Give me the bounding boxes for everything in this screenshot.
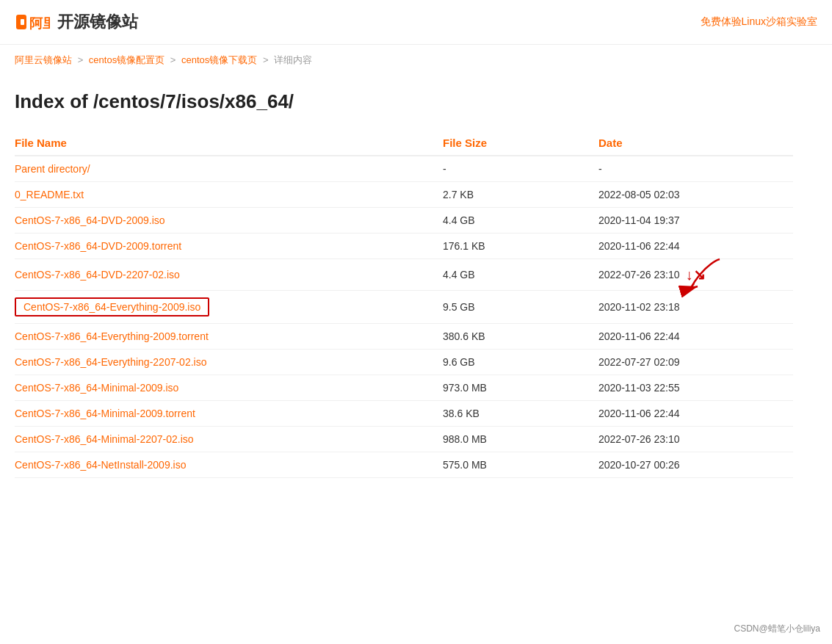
file-name-cell: CentOS-7-x86_64-Everything-2009.iso [15, 291, 443, 324]
logo-area: 阿里云 开源镜像站 [15, 9, 138, 35]
file-date-cell: 2022-08-05 02:03 [598, 182, 793, 208]
svg-rect-1 [21, 19, 24, 25]
file-name-cell: CentOS-7-x86_64-Minimal-2009.iso [15, 375, 443, 401]
file-size-cell: 988.0 MB [443, 427, 598, 452]
file-link[interactable]: CentOS-7-x86_64-Minimal-2009.torrent [15, 408, 195, 419]
file-link[interactable]: Parent directory/ [15, 163, 90, 175]
table-row: CentOS-7-x86_64-NetInstall-2009.iso575.0… [15, 452, 793, 478]
file-size-cell: 575.0 MB [443, 452, 598, 478]
header: 阿里云 开源镜像站 免费体验Linux沙箱实验室 [0, 0, 832, 45]
file-name-cell: 0_README.txt [15, 182, 443, 208]
aliyun-logo-icon: 阿里云 [15, 9, 50, 35]
breadcrumb-separator-1: > [78, 54, 86, 65]
file-link[interactable]: CentOS-7-x86_64-NetInstall-2009.iso [15, 459, 186, 471]
file-size-cell: 4.4 GB [443, 259, 598, 291]
file-name-cell: Parent directory/ [15, 156, 443, 182]
file-size-cell: 38.6 KB [443, 401, 598, 427]
breadcrumb-item-1[interactable]: 阿里云镜像站 [15, 54, 72, 65]
promo-text: 免费体验Linux沙箱实验室 [701, 15, 817, 29]
main-content: Index of /centos/7/isos/x86_64/ File Nam… [0, 76, 808, 493]
file-link[interactable]: CentOS-7-x86_64-Everything-2009.torrent [15, 330, 209, 342]
file-date-cell: 2020-11-06 22:44 [598, 324, 793, 350]
file-link[interactable]: CentOS-7-x86_64-Everything-2207-02.iso [15, 356, 206, 368]
col-header-date: Date [598, 131, 793, 156]
table-row: CentOS-7-x86_64-Minimal-2009.iso973.0 MB… [15, 375, 793, 401]
file-link[interactable]: CentOS-7-x86_64-Everything-2009.iso [15, 297, 209, 316]
file-date-cell: 2020-10-27 00:26 [598, 452, 793, 478]
red-arrow-icon: ↓↘ [686, 266, 706, 283]
table-row: CentOS-7-x86_64-DVD-2207-02.iso4.4 GB202… [15, 259, 793, 291]
svg-text:阿里云: 阿里云 [29, 16, 50, 31]
table-row: 0_README.txt2.7 KB2022-08-05 02:03 [15, 182, 793, 208]
breadcrumb: 阿里云镜像站 > centos镜像配置页 > centos镜像下载页 > 详细内… [0, 45, 832, 76]
file-date-cell: 2022-07-26 23:10 [598, 427, 793, 452]
breadcrumb-item-3[interactable]: centos镜像下载页 [181, 54, 257, 65]
file-size-cell: 9.6 GB [443, 350, 598, 375]
breadcrumb-separator-3: > [263, 54, 271, 65]
file-size-cell: 4.4 GB [443, 208, 598, 234]
file-date-cell: 2020-11-03 22:55 [598, 375, 793, 401]
breadcrumb-current: 详细内容 [274, 54, 312, 65]
file-date-cell: 2022-07-26 23:10↓↘ [598, 259, 793, 291]
file-link[interactable]: 0_README.txt [15, 189, 84, 200]
file-link[interactable]: CentOS-7-x86_64-DVD-2009.torrent [15, 240, 181, 252]
table-row: CentOS-7-x86_64-Minimal-2207-02.iso988.0… [15, 427, 793, 452]
file-name-cell: CentOS-7-x86_64-Minimal-2009.torrent [15, 401, 443, 427]
file-name-cell: CentOS-7-x86_64-DVD-2009.iso [15, 208, 443, 234]
file-link[interactable]: CentOS-7-x86_64-Minimal-2207-02.iso [15, 433, 194, 445]
file-name-cell: CentOS-7-x86_64-Minimal-2207-02.iso [15, 427, 443, 452]
table-row: CentOS-7-x86_64-DVD-2009.torrent176.1 KB… [15, 234, 793, 259]
file-date-cell: 2022-07-27 02:09 [598, 350, 793, 375]
site-name: 开源镜像站 [57, 11, 138, 33]
file-name-cell: CentOS-7-x86_64-NetInstall-2009.iso [15, 452, 443, 478]
file-size-cell: - [443, 156, 598, 182]
file-size-cell: 380.6 KB [443, 324, 598, 350]
table-row: Parent directory/-- [15, 156, 793, 182]
file-link[interactable]: CentOS-7-x86_64-DVD-2207-02.iso [15, 269, 180, 281]
file-size-cell: 973.0 MB [443, 375, 598, 401]
table-row: CentOS-7-x86_64-Minimal-2009.torrent38.6… [15, 401, 793, 427]
file-date-cell: 2020-11-02 23:18 [598, 291, 793, 324]
table-row: CentOS-7-x86_64-DVD-2009.iso4.4 GB2020-1… [15, 208, 793, 234]
file-date-cell: - [598, 156, 793, 182]
table-row: CentOS-7-x86_64-Everything-2009.iso9.5 G… [15, 291, 793, 324]
file-name-cell: CentOS-7-x86_64-Everything-2207-02.iso [15, 350, 443, 375]
file-name-cell: CentOS-7-x86_64-Everything-2009.torrent [15, 324, 443, 350]
table-row: CentOS-7-x86_64-Everything-2009.torrent3… [15, 324, 793, 350]
table-row: CentOS-7-x86_64-Everything-2207-02.iso9.… [15, 350, 793, 375]
file-table: File Name File Size Date Parent director… [15, 131, 793, 478]
file-link[interactable]: CentOS-7-x86_64-Minimal-2009.iso [15, 382, 178, 394]
table-body: Parent directory/--0_README.txt2.7 KB202… [15, 156, 793, 478]
file-link[interactable]: CentOS-7-x86_64-DVD-2009.iso [15, 214, 165, 226]
file-size-cell: 2.7 KB [443, 182, 598, 208]
file-date-cell: 2020-11-06 22:44 [598, 401, 793, 427]
breadcrumb-separator-2: > [170, 54, 178, 65]
col-header-name: File Name [15, 131, 443, 156]
file-size-cell: 9.5 GB [443, 291, 598, 324]
breadcrumb-item-2[interactable]: centos镜像配置页 [89, 54, 164, 65]
file-name-cell: CentOS-7-x86_64-DVD-2207-02.iso [15, 259, 443, 291]
file-name-cell: CentOS-7-x86_64-DVD-2009.torrent [15, 234, 443, 259]
file-date-cell: 2020-11-04 19:37 [598, 208, 793, 234]
table-header: File Name File Size Date [15, 131, 793, 156]
col-header-size: File Size [443, 131, 598, 156]
page-title: Index of /centos/7/isos/x86_64/ [15, 90, 793, 113]
file-date-cell: 2020-11-06 22:44 [598, 234, 793, 259]
file-size-cell: 176.1 KB [443, 234, 598, 259]
